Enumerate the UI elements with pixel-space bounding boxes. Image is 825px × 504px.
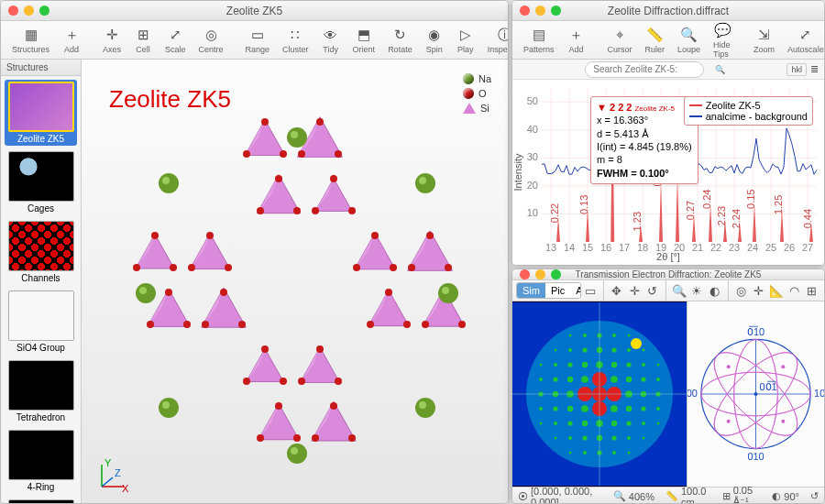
patterns-button[interactable]: ▤Patterns (518, 24, 560, 56)
titlebar[interactable]: Zeolite ZK5 (1, 1, 508, 21)
saturation-button[interactable]: ◐ (706, 280, 722, 301)
svg-text:00͞1: 00͞1 (759, 380, 776, 392)
svg-point-185 (582, 421, 588, 426)
close-icon[interactable] (8, 5, 18, 16)
selection-button[interactable]: ▭ (582, 280, 599, 301)
sidebar-item-sio4-group[interactable]: SiO4 Group (5, 289, 77, 355)
cell-icon: ⊞ (134, 26, 152, 44)
svg-point-34 (133, 264, 140, 271)
spin-icon: ◉ (425, 26, 444, 44)
grid-button[interactable]: ⊞ (804, 280, 820, 301)
sidebar-item-6-ring[interactable]: 6-Ring (5, 498, 77, 503)
spin-button[interactable]: ◉Spin (420, 24, 449, 56)
axes-button[interactable]: ✛Axes (97, 24, 126, 56)
search-input[interactable] (585, 61, 704, 78)
svg-point-175 (567, 406, 573, 411)
svg-marker-18 (315, 179, 352, 212)
cursor-button[interactable]: ⌖Cursor (602, 24, 638, 56)
sidebar-item-tetrahedron[interactable]: Tetrahedron (5, 358, 77, 424)
minimize-icon[interactable] (535, 269, 545, 279)
range-button[interactable]: ▭Range (240, 24, 276, 56)
sidebar-item-channels[interactable]: Channels (5, 219, 77, 285)
list-icon[interactable]: ≣ (810, 63, 819, 75)
status-reset-icon[interactable]: ↺ (810, 490, 819, 502)
cross-button[interactable]: ✛ (751, 280, 767, 301)
svg-text:10: 10 (527, 207, 538, 218)
sidebar-item-zeolite-zk5[interactable]: Zeolite ZK5 (5, 80, 77, 146)
svg-point-216 (642, 363, 645, 367)
seg-pic[interactable]: Pic (545, 283, 570, 298)
tidy-button[interactable]: 👁Tidy (316, 24, 346, 56)
svg-text:0͞10: 0͞10 (747, 325, 764, 337)
titlebar[interactable]: Transmission Electron Diffraction: Zeoli… (512, 269, 824, 280)
svg-point-60 (348, 207, 356, 214)
structures-button[interactable]: ▦Structures (6, 24, 55, 56)
zoom-button[interactable]: ⇲Zoom (748, 24, 780, 56)
view-mode-segment[interactable]: SimPicAll (516, 282, 581, 299)
svg-point-173 (567, 377, 573, 382)
toolbar: ▤Patterns＋Add⌖Cursor📏Ruler🔍Loupe💬Hide Ti… (512, 21, 824, 60)
rotate-button[interactable]: ↻Rotate (382, 24, 418, 56)
add-button[interactable]: ＋Add (57, 24, 86, 56)
search-bar: 🔍 hkl ≣ (512, 60, 824, 80)
fullscreen-icon[interactable] (551, 269, 561, 279)
svg-point-66 (348, 434, 356, 442)
svg-point-232 (631, 338, 642, 349)
centre-button[interactable]: ◎ (732, 280, 749, 301)
minimize-icon[interactable] (535, 5, 545, 16)
fullscreen-icon[interactable] (551, 5, 561, 16)
svg-text:22: 22 (710, 242, 721, 253)
seg-all[interactable]: All (570, 283, 580, 298)
tool-button[interactable]: ☀ (688, 280, 705, 301)
close-icon[interactable] (520, 269, 530, 279)
3d-viewport[interactable]: Zeolite ZK5 NaOSi Y X Z (82, 60, 508, 503)
svg-text:0.27: 0.27 (685, 201, 696, 220)
svg-point-164 (554, 363, 557, 367)
tools-button[interactable]: ✥ (609, 280, 625, 301)
diffraction-pattern[interactable] (512, 301, 687, 487)
status-tilt[interactable]: ◐90° (772, 490, 799, 502)
sidebar-list[interactable]: Zeolite ZK5CagesChannelsSiO4 GroupTetrah… (1, 76, 81, 503)
autoscale-button[interactable]: ⤢Autoscale (782, 24, 825, 56)
search-go-icon[interactable]: 🔍 (715, 65, 725, 74)
hide-tips-button[interactable]: 💬Hide Tips (708, 19, 737, 60)
svg-text:1.25: 1.25 (773, 195, 784, 214)
svg-text:26: 26 (784, 242, 795, 253)
svg-line-100 (102, 477, 113, 487)
minimize-icon[interactable] (24, 5, 34, 16)
play-button[interactable]: ▷Play (451, 24, 480, 56)
autoscale-icon: ⤢ (797, 26, 815, 44)
centre-button[interactable]: ◎Centre (193, 24, 229, 56)
svg-point-84 (159, 398, 179, 418)
orient-button[interactable]: ⬒Orient (347, 24, 381, 56)
protractor-button[interactable]: ◠ (786, 280, 802, 301)
thumbnail (8, 151, 74, 202)
tool-button[interactable]: ✛ (626, 280, 643, 301)
add-button[interactable]: ＋Add (562, 24, 591, 56)
scale-button[interactable]: ⤢Scale (160, 24, 192, 56)
stereographic-projection[interactable]: 0͞10100010͞10000͞1 (687, 301, 824, 487)
status-zoom[interactable]: 🔍406% (613, 490, 654, 502)
titlebar[interactable]: Zeolite Diffraction.diffract (512, 1, 824, 21)
hkl-toggle[interactable]: hkl (786, 63, 807, 76)
ruler-button[interactable]: 📐 (768, 280, 785, 301)
seg-sim[interactable]: Sim (517, 283, 545, 298)
svg-point-162 (540, 422, 543, 425)
svg-point-62 (316, 345, 324, 353)
svg-point-55 (257, 434, 264, 442)
fullscreen-icon[interactable] (39, 5, 50, 16)
sidebar-item-4-ring[interactable]: 4-Ring (5, 428, 77, 494)
cluster-icon: ∷ (286, 26, 304, 44)
inspector-button[interactable]: ⓘInspector (482, 24, 509, 56)
close-icon[interactable] (520, 5, 530, 16)
sidebar-item-cages[interactable]: Cages (5, 149, 77, 215)
svg-point-70 (353, 264, 360, 271)
diffraction-plot[interactable]: 1314151617181920212223242526271020304050… (512, 80, 824, 265)
status-resolution: ⊞0.05 Å⁻¹ (722, 485, 762, 504)
zoom-button[interactable]: 🔍 (671, 280, 688, 301)
loupe-button[interactable]: 🔍Loupe (672, 24, 706, 56)
cluster-button[interactable]: ∷Cluster (277, 24, 314, 56)
ruler-button[interactable]: 📏Ruler (640, 24, 671, 56)
tool-button[interactable]: ↺ (644, 280, 660, 301)
cell-button[interactable]: ⊞Cell (128, 24, 158, 56)
